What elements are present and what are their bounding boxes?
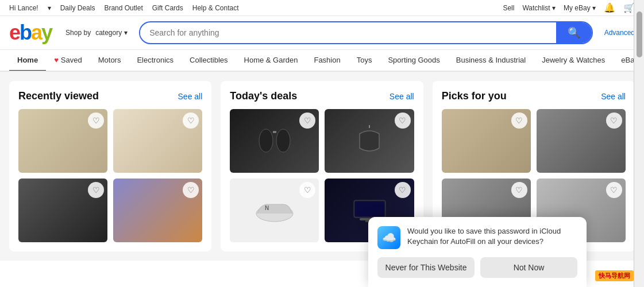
list-item[interactable]: ♡ (113, 109, 202, 173)
heart-icon: ♥ (54, 56, 59, 64)
shop-category-chevron: ▾ (124, 29, 128, 37)
picks-for-you-header: Picks for you See all (442, 90, 626, 102)
list-item[interactable]: ♡ (537, 109, 626, 173)
list-item[interactable]: ♡ (442, 109, 531, 173)
scrollbar-thumb[interactable] (637, 11, 642, 57)
save-item-button[interactable]: ♡ (606, 113, 622, 129)
gift-cards-link[interactable]: Gift Cards (152, 4, 183, 12)
myebay-link[interactable]: My eBay ▾ (564, 4, 596, 12)
search-button[interactable]: 🔍 (556, 22, 592, 43)
watchlist-link[interactable]: Watchlist ▾ (522, 4, 556, 12)
shop-by-label: Shop by (65, 29, 91, 37)
save-item-button[interactable]: ♡ (88, 113, 104, 129)
list-item[interactable]: ♡ (18, 179, 107, 242)
recently-viewed-title: Recently viewed (18, 90, 99, 102)
save-item-button[interactable]: ♡ (511, 182, 527, 198)
recently-viewed-see-all[interactable]: See all (178, 92, 203, 101)
save-item-button[interactable]: ♡ (395, 182, 411, 198)
svg-point-1 (276, 129, 290, 152)
search-bar: 🔍 (139, 21, 592, 44)
nav-saved[interactable]: ♥ Saved (46, 50, 90, 72)
nav-electronics[interactable]: Electronics (129, 50, 182, 72)
icloud-popup-header: ☁️ Would you like to save this password … (377, 226, 577, 249)
ebay-logo[interactable]: ebay (9, 21, 52, 45)
list-item[interactable]: ♡ (230, 109, 319, 173)
icloud-logo-icon: ☁️ (377, 226, 400, 249)
daily-deals-link[interactable]: Daily Deals (60, 4, 95, 12)
nav-home-garden[interactable]: Home & Garden (236, 50, 306, 72)
nav-toys[interactable]: Toys (349, 50, 380, 72)
scrollbar[interactable] (634, 0, 644, 261)
list-item[interactable]: ♡ (18, 109, 107, 173)
nav-collectibles[interactable]: Collectibles (182, 50, 236, 72)
icloud-popup-buttons: Never for This Website Not Now (377, 257, 577, 261)
brand-outlet-link[interactable]: Brand Outlet (104, 4, 142, 12)
icloud-never-button[interactable]: Never for This Website (377, 257, 475, 261)
advanced-search-link[interactable]: Advanced (600, 29, 635, 37)
icloud-popup-text: Would you like to save this password in … (407, 226, 577, 247)
help-contact-link[interactable]: Help & Contact (192, 4, 239, 12)
recently-viewed-grid: ♡ ♡ ♡ ♡ (18, 109, 202, 242)
todays-deals-header: Today's deals See all (230, 90, 414, 102)
save-item-button[interactable]: ♡ (511, 113, 527, 129)
save-item-button[interactable]: ♡ (88, 182, 104, 198)
greeting-arrow: ▾ (48, 4, 51, 12)
nav-fashion[interactable]: Fashion (306, 50, 348, 72)
sell-link[interactable]: Sell (503, 4, 514, 12)
main-nav: Home ♥ Saved Motors Electronics Collecti… (0, 50, 644, 72)
save-item-button[interactable]: ♡ (395, 113, 411, 129)
nav-home[interactable]: Home (9, 50, 46, 72)
todays-deals-title: Today's deals (230, 90, 297, 102)
nav-business-industrial[interactable]: Business & Industrial (448, 50, 534, 72)
recently-viewed-header: Recently viewed See all (18, 90, 202, 102)
svg-text:N: N (265, 205, 269, 211)
list-item[interactable]: N ♡ (230, 179, 319, 242)
top-bar-left: Hi Lance! ▾ Daily Deals Brand Outlet Gif… (9, 4, 239, 12)
todays-deals-see-all[interactable]: See all (390, 92, 414, 101)
picks-for-you-see-all[interactable]: See all (601, 92, 626, 101)
header: ebay Shop by category ▾ 🔍 Advanced (0, 16, 644, 50)
nav-jewelry-watches[interactable]: Jewelry & Watches (534, 50, 613, 72)
top-bar-right: Sell Watchlist ▾ My eBay ▾ 🔔 🛒 (503, 2, 635, 13)
icloud-not-now-button[interactable]: Not Now (480, 257, 577, 261)
search-input[interactable] (140, 28, 556, 37)
top-bar: Hi Lance! ▾ Daily Deals Brand Outlet Gif… (0, 0, 644, 16)
notifications-icon[interactable]: 🔔 (604, 2, 615, 13)
svg-point-0 (259, 129, 273, 152)
list-item[interactable]: ♡ (113, 179, 202, 242)
greeting[interactable]: Hi Lance! (9, 4, 38, 12)
cart-icon[interactable]: 🛒 (623, 2, 635, 13)
shop-by-category-button[interactable]: Shop by category ▾ (61, 25, 132, 40)
picks-for-you-title: Picks for you (442, 90, 507, 102)
save-item-button[interactable]: ♡ (606, 182, 622, 198)
svg-rect-7 (355, 201, 384, 216)
icloud-keychain-popup: ☁️ Would you like to save this password … (368, 217, 587, 261)
nav-motors[interactable]: Motors (90, 50, 129, 72)
save-item-button[interactable]: ♡ (183, 182, 199, 198)
recently-viewed-section: Recently viewed See all ♡ ♡ ♡ ♡ (9, 81, 211, 251)
list-item[interactable]: ♡ (325, 109, 414, 173)
category-label: category (95, 29, 122, 37)
nav-sporting-goods[interactable]: Sporting Goods (380, 50, 448, 72)
